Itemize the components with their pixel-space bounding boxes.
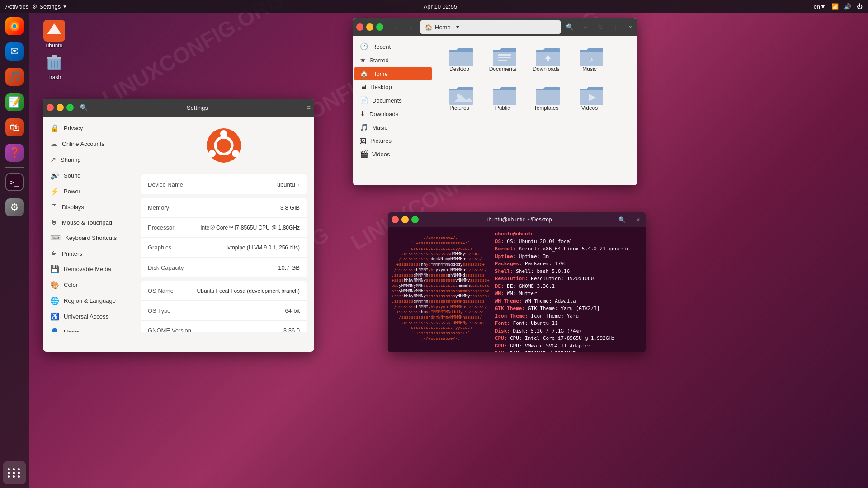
settings-nav-sharing[interactable]: ↗ Sharing bbox=[43, 152, 133, 168]
nav-forward-btn[interactable]: › bbox=[405, 21, 418, 33]
neofetch-info: ubuntu@ubuntu OS: OS: Ubuntu 20.04 focal… bbox=[495, 230, 630, 352]
fm-folder-public[interactable]: Public bbox=[485, 82, 521, 114]
settings-title: Settings bbox=[91, 104, 303, 111]
folder-pictures-icon bbox=[448, 85, 470, 103]
folder-desktop-label: Desktop bbox=[449, 66, 469, 72]
settings-nav-online-accounts[interactable]: ☁ Online Accounts bbox=[43, 136, 133, 152]
sidebar-item-downloads[interactable]: ⬇ Downloads bbox=[354, 107, 432, 121]
os-type-label: OS Type bbox=[148, 307, 170, 314]
file-manager-close-btn[interactable]: ✕ bbox=[356, 23, 363, 31]
folder-videos-label: Videos bbox=[581, 105, 598, 111]
terminal-x-btn[interactable]: ✕ bbox=[635, 216, 642, 223]
mouse-icon: 🖱 bbox=[50, 218, 57, 226]
sidebar-item-documents[interactable]: 📄 Documents bbox=[354, 94, 432, 107]
terminal-min-btn[interactable]: – bbox=[401, 216, 409, 223]
address-bar[interactable]: 🏠 Home ▼ bbox=[420, 20, 561, 34]
file-manager-max-btn[interactable]: + bbox=[376, 23, 383, 31]
settings-nav-sharing-label: Sharing bbox=[61, 156, 81, 163]
keyboard-icon: ⌨ bbox=[50, 234, 61, 242]
settings-nav-users[interactable]: 👤 Users bbox=[43, 324, 133, 332]
os-name-label: OS Name bbox=[148, 287, 174, 294]
terminal-max-btn[interactable]: □ bbox=[411, 216, 419, 223]
settings-nav-removable[interactable]: 💾 Removable Media bbox=[43, 261, 133, 277]
file-manager-close-x-btn[interactable]: ✕ bbox=[627, 23, 634, 31]
dock-item-terminal[interactable]: >_ bbox=[3, 170, 26, 194]
sidebar-item-starred[interactable]: ★ Starred bbox=[354, 53, 432, 67]
sidebar-item-pictures[interactable]: 🖼 Pictures bbox=[354, 134, 432, 147]
settings-nav-printers[interactable]: 🖨 Printers bbox=[43, 246, 133, 261]
dock-item-firefox[interactable] bbox=[3, 14, 26, 38]
show-apps-button[interactable] bbox=[3, 461, 26, 484]
settings-nav-keyboard-label: Keyboard Shortcuts bbox=[65, 235, 117, 241]
settings-menu-icon[interactable]: ≡ bbox=[307, 104, 311, 111]
terminal-search-btn[interactable]: 🔍 bbox=[618, 216, 626, 223]
sidebar-item-trash[interactable]: 🗑 Trash bbox=[354, 161, 432, 165]
svg-rect-15 bbox=[547, 59, 549, 61]
power-icon[interactable]: ⏻ bbox=[857, 3, 863, 10]
sidebar-item-desktop[interactable]: 🖥 Desktop bbox=[354, 80, 432, 94]
file-manager-min-btn[interactable]: – bbox=[366, 23, 373, 31]
folder-desktop-icon bbox=[448, 46, 470, 64]
fm-folder-downloads[interactable]: Downloads bbox=[528, 43, 564, 75]
volume-icon[interactable]: 🔊 bbox=[844, 3, 851, 10]
network-icon: 📶 bbox=[831, 3, 839, 10]
search-btn[interactable]: 🔍 bbox=[563, 21, 576, 33]
desktop-icon-trash[interactable]: Trash bbox=[36, 50, 72, 82]
settings-nav-keyboard[interactable]: ⌨ Keyboard Shortcuts bbox=[43, 230, 133, 246]
dock-item-settings[interactable]: ⚙ bbox=[3, 196, 26, 219]
neofetch-ascii-art: .-/+oossssoo+/-. `:+ssssssssssssssssss+:… bbox=[392, 230, 490, 352]
settings-nav-access[interactable]: ♿ Universal Access bbox=[43, 309, 133, 324]
settings-nav-sound[interactable]: 🔊 Sound bbox=[43, 168, 133, 183]
nav-back-btn[interactable]: ‹ bbox=[390, 21, 402, 33]
language-indicator[interactable]: en▼ bbox=[814, 3, 826, 10]
terminal-titlebar: ✕ – □ ubuntu@ubuntu: ~/Desktop 🔍 ≡ ✕ bbox=[388, 212, 646, 227]
view-toggle-btn[interactable]: ≡ bbox=[579, 21, 591, 33]
menu-btn[interactable]: ⋮ bbox=[609, 21, 622, 33]
sidebar-item-music[interactable]: 🎵 Music bbox=[354, 121, 432, 134]
sidebar-item-recent[interactable]: 🕐 Recent bbox=[354, 40, 432, 53]
settings-nav-mouse[interactable]: 🖱 Mouse & Touchpad bbox=[43, 215, 133, 230]
dock-item-rhythmbox[interactable]: 🎵 bbox=[3, 65, 26, 89]
pictures-sidebar-icon: 🖼 bbox=[360, 137, 367, 145]
downloads-sidebar-icon: ⬇ bbox=[360, 110, 366, 118]
fm-folder-pictures[interactable]: Pictures bbox=[441, 82, 477, 114]
settings-nav-region[interactable]: 🌐 Region & Language bbox=[43, 293, 133, 309]
dock-item-thunderbird[interactable]: ✉ bbox=[3, 40, 26, 63]
fm-folder-desktop[interactable]: Desktop bbox=[441, 43, 477, 75]
svg-point-22 bbox=[208, 150, 216, 157]
settings-titlebar: ✕ – + 🔍 Settings ≡ bbox=[43, 99, 314, 117]
dock-item-software[interactable]: 🛍 bbox=[3, 116, 26, 139]
terminal-menu-btn[interactable]: ≡ bbox=[628, 216, 632, 223]
sidebar-item-videos[interactable]: 🎬 Videos bbox=[354, 147, 432, 161]
sidebar-item-home[interactable]: 🏠 Home bbox=[354, 67, 432, 80]
settings-nav-power[interactable]: ⚡ Power bbox=[43, 183, 133, 199]
fm-folder-videos[interactable]: Videos bbox=[571, 82, 608, 114]
settings-max-btn[interactable]: + bbox=[66, 104, 74, 111]
activities-btn[interactable]: Activities bbox=[5, 3, 28, 10]
disk-value: 10.7 GB bbox=[278, 264, 300, 271]
neofetch-packages-line: Packages: Packages: 1793 bbox=[495, 260, 630, 268]
settings-nav: 🔒 Privacy ☁ Online Accounts ↗ Sharing 🔊 … bbox=[43, 117, 133, 332]
settings-nav-privacy[interactable]: 🔒 Privacy bbox=[43, 120, 133, 136]
memory-value: 3.8 GiB bbox=[280, 204, 300, 211]
sort-btn[interactable]: ⇅ bbox=[594, 21, 607, 33]
sidebar-videos-label: Videos bbox=[372, 151, 390, 158]
terminal-close-btn[interactable]: ✕ bbox=[392, 216, 399, 223]
settings-nav-users-label: Users bbox=[64, 329, 79, 332]
dock-item-help[interactable]: ❓ bbox=[3, 141, 26, 164]
watermark-1: LINUXCONFIG.ORG bbox=[98, 0, 288, 111]
fm-folder-documents[interactable]: Documents bbox=[485, 43, 521, 75]
settings-close-btn[interactable]: ✕ bbox=[47, 104, 54, 111]
fm-folder-music[interactable]: ♪ Music bbox=[571, 43, 608, 75]
desktop-icon-ubuntu[interactable]: ubuntu bbox=[36, 18, 72, 51]
fm-folder-templates[interactable]: Templates bbox=[528, 82, 564, 114]
dock-item-libreoffice[interactable]: 📝 bbox=[3, 90, 26, 114]
settings-nav-displays[interactable]: 🖥 Displays bbox=[43, 199, 133, 215]
settings-nav-color[interactable]: 🎨 Color bbox=[43, 277, 133, 293]
settings-search-btn[interactable]: 🔍 bbox=[80, 104, 88, 111]
settings-min-btn[interactable]: – bbox=[57, 104, 64, 111]
sidebar-starred-label: Starred bbox=[369, 57, 389, 64]
displays-icon: 🖥 bbox=[50, 203, 57, 211]
neofetch-os-line: OS: OS: Ubuntu 20.04 focal bbox=[495, 238, 630, 246]
settings-menu-btn[interactable]: ⚙ Settings ▼ bbox=[32, 3, 67, 10]
